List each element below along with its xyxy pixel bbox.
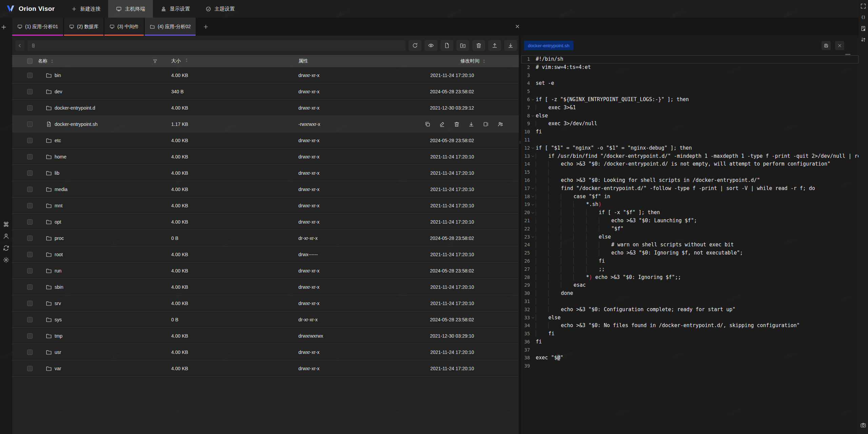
table-row[interactable]: media4.00 KBdrwxr-xr-x2021-11-24 17:20:1… <box>12 181 519 197</box>
back-button[interactable] <box>15 40 24 51</box>
terminal-tab-4[interactable]: (4) 应用-分析02 <box>145 18 196 36</box>
code-line[interactable]: 6if [ -z "${NGINX_ENTRYPOINT_QUIET_LOGS:… <box>521 96 859 104</box>
editor-scrollbar[interactable] <box>845 54 850 55</box>
add-tab-button[interactable] <box>201 22 210 31</box>
rail-notes-button[interactable] <box>860 25 867 32</box>
row-checkbox[interactable] <box>27 73 33 78</box>
code-line[interactable]: 5 <box>521 88 859 96</box>
download-button[interactable] <box>468 121 474 127</box>
permissions-button[interactable] <box>497 121 504 127</box>
path-input[interactable] <box>39 43 402 48</box>
table-row[interactable]: lib4.00 KBdrwxr-xr-x2021-11-24 17:20:10 <box>12 165 519 181</box>
code-line[interactable]: 35 fi <box>521 330 859 338</box>
fold-chevron-icon[interactable] <box>530 112 536 120</box>
row-checkbox[interactable] <box>27 284 33 290</box>
code-area[interactable]: 1#!/bin/sh2# vim:sw=4:ts=4:et34set -e56i… <box>521 54 859 434</box>
row-checkbox[interactable] <box>27 268 33 273</box>
code-line[interactable]: 13 if /usr/bin/find "/docker-entrypoint.… <box>521 152 859 161</box>
new-folder-button[interactable] <box>456 40 469 51</box>
row-checkbox[interactable] <box>27 170 33 176</box>
table-row[interactable]: srv4.00 KBdrwxr-xr-x2021-11-24 17:20:10 <box>12 295 519 312</box>
sort-icon[interactable] <box>184 58 189 62</box>
sort-icon[interactable] <box>482 59 486 63</box>
table-row[interactable]: opt4.00 KBdrwxr-xr-x2021-11-24 17:20:10 <box>12 214 519 230</box>
row-checkbox[interactable] <box>27 105 33 111</box>
menu-item-theme-settings[interactable]: 主题设置 <box>198 0 242 18</box>
fold-chevron-icon[interactable] <box>530 314 536 322</box>
table-row[interactable]: tmp4.00 KBdrwxrwxrwx2021-12-30 03:29:10 <box>12 328 519 344</box>
code-line[interactable]: 22 "$f" <box>521 225 859 233</box>
table-row[interactable]: usr4.00 KBdrwxr-xr-x2021-11-24 17:20:10 <box>12 344 519 360</box>
fold-chevron-icon[interactable] <box>530 201 536 209</box>
menu-item-new-connection[interactable]: 新建连接 <box>63 0 108 18</box>
code-line[interactable]: 33 else <box>521 314 859 322</box>
download-button[interactable] <box>504 40 517 51</box>
code-line[interactable]: 8else <box>521 112 859 120</box>
code-line[interactable]: 28 *) echo >&3 "$0: Ignoring $f";; <box>521 273 859 282</box>
code-line[interactable]: 12if [ "$1" = "nginx" -o "$1" = "nginx-d… <box>521 144 859 152</box>
rail-screenshot-button[interactable] <box>860 422 867 429</box>
code-line[interactable]: 21 echo >&3 "$0: Launching $f"; <box>521 217 859 225</box>
fold-chevron-icon[interactable] <box>530 193 536 201</box>
row-checkbox[interactable] <box>27 366 33 371</box>
code-line[interactable]: 20 if [ -x "$f" ]; then <box>521 209 859 217</box>
close-panel-button[interactable] <box>513 22 521 31</box>
delete-button[interactable] <box>472 40 485 51</box>
code-line[interactable]: 9 exec 3>/dev/null <box>521 120 859 128</box>
table-row[interactable]: mnt4.00 KBdrwxr-xr-x2021-11-24 17:20:10 <box>12 197 519 214</box>
row-checkbox[interactable] <box>27 333 33 339</box>
code-line[interactable]: 16 echo >&3 "$0: Looking for shell scrip… <box>521 176 859 185</box>
code-line[interactable]: 38exec "$@" <box>521 354 859 362</box>
code-line[interactable]: 17 find "/docker-entrypoint.d/" -follow … <box>521 185 859 193</box>
sort-icon[interactable] <box>50 59 54 63</box>
fold-chevron-icon[interactable] <box>530 96 536 104</box>
row-checkbox[interactable] <box>27 235 33 241</box>
close-editor-button[interactable] <box>835 41 844 50</box>
select-all-checkbox[interactable] <box>27 58 33 64</box>
table-row[interactable]: root4.00 KBdrwx------2021-11-24 17:20:10 <box>12 246 519 263</box>
code-line[interactable]: 23 else <box>521 233 859 241</box>
code-line[interactable]: 14 echo >&3 "$0: /docker-entrypoint.d/ i… <box>521 160 859 168</box>
row-checkbox[interactable] <box>27 121 33 127</box>
rail-profile-button[interactable] <box>2 232 10 240</box>
code-line[interactable]: 30 done <box>521 289 859 298</box>
table-row[interactable]: sys0 Bdr-xr-xr-x2024-05-28 23:58:02 <box>12 312 519 328</box>
code-line[interactable]: 25 echo >&3 "$0: Ignoring $f, not execut… <box>521 249 859 257</box>
copy-path-button[interactable] <box>425 121 431 127</box>
table-row[interactable]: sbin4.00 KBdrwxr-xr-x2021-11-24 17:20:10 <box>12 279 519 295</box>
save-button[interactable] <box>822 41 831 50</box>
row-checkbox[interactable] <box>27 301 33 306</box>
code-line[interactable]: 10fi <box>521 128 859 136</box>
preview-button[interactable] <box>425 40 437 51</box>
code-line[interactable]: 31 <box>521 298 859 306</box>
row-checkbox[interactable] <box>27 138 33 143</box>
fold-chevron-icon[interactable] <box>530 152 536 161</box>
code-line[interactable]: 11 <box>521 136 859 144</box>
terminal-tab-2[interactable]: (2) 数据库 <box>64 18 103 36</box>
table-row[interactable]: docker-entrypoint.d4.00 KBdrwxr-xr-x2021… <box>12 100 519 116</box>
code-line[interactable]: 19 *.sh) <box>521 201 859 209</box>
table-row[interactable]: dev340 Bdrwxr-xr-x2024-05-28 23:58:02 <box>12 83 519 100</box>
rail-config-button[interactable]: {} <box>860 14 867 21</box>
fold-chevron-icon[interactable] <box>530 185 536 193</box>
new-file-button[interactable] <box>440 40 453 51</box>
filter-icon[interactable] <box>153 59 158 64</box>
terminal-tab-3[interactable]: (3) 中间件 <box>104 18 144 36</box>
menu-item-display-settings[interactable]: 显示设置 <box>153 0 198 18</box>
menu-item-host-terminal[interactable]: 主机终端 <box>108 0 153 18</box>
row-checkbox[interactable] <box>27 350 33 355</box>
table-row[interactable]: var4.00 KBdrwxr-xr-x2021-11-24 17:20:10 <box>12 360 519 377</box>
terminal-tab-1[interactable]: (1) 应用-分析01 <box>12 18 63 36</box>
rail-new-terminal-button[interactable] <box>0 23 7 31</box>
code-line[interactable]: 15 <box>521 168 859 176</box>
code-line[interactable]: 26 fi <box>521 257 859 265</box>
row-checkbox[interactable] <box>27 89 33 94</box>
refresh-button[interactable] <box>409 40 421 51</box>
code-line[interactable]: 1#!/bin/sh <box>521 55 859 63</box>
upload-button[interactable] <box>488 40 501 51</box>
code-line[interactable]: 7 exec 3>&1 <box>521 104 859 112</box>
row-checkbox[interactable] <box>27 317 33 322</box>
fold-chevron-icon[interactable] <box>530 144 536 152</box>
row-checkbox[interactable] <box>27 154 33 159</box>
panel-splitter[interactable] <box>519 36 521 434</box>
